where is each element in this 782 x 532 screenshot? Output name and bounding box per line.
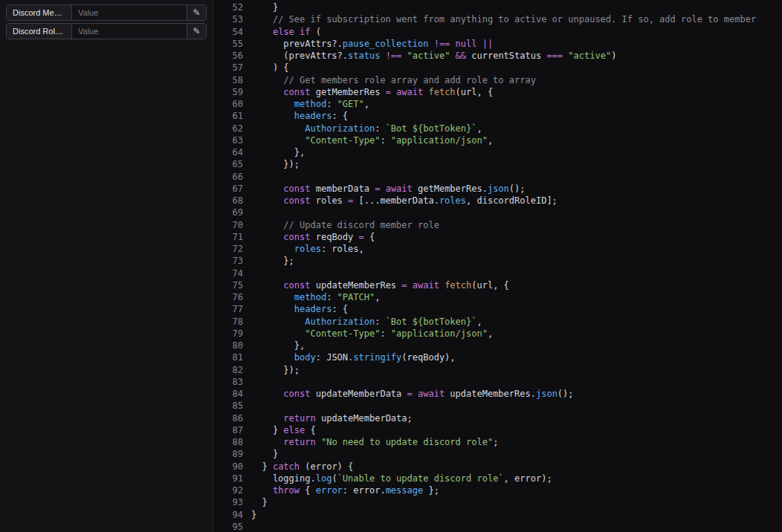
code-line[interactable]: 58 // Get members role array and add rol… <box>219 74 782 86</box>
code-line[interactable]: 73 }; <box>219 255 782 267</box>
code-editor[interactable]: 52 }53 // See if subscription went from … <box>213 0 782 532</box>
code-token: "active" <box>568 51 611 61</box>
code-token: status <box>348 51 380 61</box>
code-token <box>251 123 305 134</box>
code-token: message <box>386 485 424 496</box>
code-token: await <box>413 280 439 291</box>
code-token: }, <box>251 147 305 158</box>
code-line[interactable]: 57 ) { <box>219 62 782 74</box>
code-line[interactable]: 76 method: "PATCH", <box>219 291 782 303</box>
code-line[interactable]: 54 else if ( <box>219 26 782 38</box>
code-line[interactable]: 70 // Update discord member role <box>219 219 782 231</box>
code-line[interactable]: 64 }, <box>219 146 782 158</box>
code-line[interactable]: 89 } <box>219 448 782 460</box>
code-line[interactable]: 83 <box>219 376 782 388</box>
code-token: = <box>401 280 407 291</box>
line-number: 88 <box>219 436 243 448</box>
line-number: 81 <box>219 351 243 363</box>
code-line[interactable]: 71 const reqBody = { <box>219 231 782 243</box>
line-number: 85 <box>219 400 243 412</box>
code-token: if <box>300 27 310 37</box>
code-line[interactable]: 85 <box>219 400 782 412</box>
code-line[interactable]: 91 logging.log(`Unable to update discord… <box>219 473 782 484</box>
code-token <box>251 87 283 97</box>
code-line[interactable]: 75 const updateMemberRes = await fetch(u… <box>219 279 782 291</box>
code-line[interactable]: 60 method: "GET", <box>219 98 782 110</box>
code-line[interactable]: 59 const getMemberRes = await fetch(url,… <box>219 86 782 98</box>
line-number: 95 <box>219 521 243 532</box>
code-line[interactable]: 72 roles: roles, <box>219 243 782 255</box>
code-token: headers <box>294 111 332 121</box>
code-line[interactable]: 93 } <box>219 496 782 508</box>
code-token: : { <box>332 111 348 121</box>
field-value-input[interactable]: Value <box>72 24 187 39</box>
code-line[interactable]: 55 prevAttrs?.pause_collection !== null … <box>219 38 782 50</box>
code-line[interactable]: 92 throw { error: error.message }; <box>219 484 782 496</box>
code-line[interactable]: 62 Authorization: `Bot ${botToken}`, <box>219 123 782 134</box>
code-token: else <box>273 27 294 37</box>
code-text: const getMemberRes = await fetch(url, { <box>251 86 493 98</box>
code-token: memberData <box>310 184 375 194</box>
code-line[interactable]: 95 <box>219 521 782 532</box>
field-value-input[interactable]: Value <box>72 5 187 20</box>
code-line[interactable]: 52 } <box>219 1 782 13</box>
code-line[interactable]: 88 return "No need to update discord rol… <box>219 436 782 448</box>
code-line[interactable]: 84 const updateMemberData = await update… <box>219 388 782 400</box>
field-label-discord-role: Discord Role… <box>7 24 72 39</box>
code-line[interactable]: 53 // See if subscription went from anyt… <box>219 13 782 25</box>
code-line[interactable]: 78 Authorization: `Bot ${botToken}`, <box>219 316 782 328</box>
code-line[interactable]: 87 } else { <box>219 424 782 436</box>
code-line[interactable]: 66 <box>219 171 782 183</box>
line-number: 82 <box>219 364 243 376</box>
code-line[interactable]: 90 } catch (error) { <box>219 461 782 473</box>
code-line[interactable]: 65 }); <box>219 158 782 170</box>
line-number: 80 <box>219 340 243 351</box>
code-token: "active" <box>407 51 450 61</box>
code-token: null <box>456 39 477 49</box>
line-number: 83 <box>219 376 243 388</box>
code-text: }, <box>251 340 305 351</box>
edit-button[interactable]: ✎ <box>187 24 206 39</box>
code-line[interactable]: 81 body: JSON.stringify(reqBody), <box>219 351 782 363</box>
edit-button[interactable]: ✎ <box>187 5 206 20</box>
code-line[interactable]: 67 const memberData = await getMemberRes… <box>219 183 782 195</box>
code-token: // See if subscription went from anythin… <box>273 14 756 25</box>
code-token: (url, { <box>456 87 494 97</box>
code-text: body: JSON.stringify(reqBody), <box>251 351 456 363</box>
code-token: await <box>396 87 423 97</box>
code-line[interactable]: 79 "Content-Type": "application/json", <box>219 328 782 340</box>
code-token: === <box>546 51 563 61</box>
code-line[interactable]: 56 (prevAttrs?.status !== "active" && cu… <box>219 50 782 62</box>
code-text: const roles = [...memberData.roles, disc… <box>251 195 558 207</box>
code-line[interactable]: 86 return updateMemberData; <box>219 412 782 424</box>
pencil-icon: ✎ <box>193 27 200 36</box>
line-number: 70 <box>219 219 243 231</box>
line-number: 94 <box>219 509 243 521</box>
code-line[interactable]: 80 }, <box>219 340 782 351</box>
code-token: "Content-Type" <box>305 328 380 339</box>
code-line[interactable]: 68 const roles = [...memberData.roles, d… <box>219 195 782 207</box>
line-number: 78 <box>219 316 243 328</box>
code-token: "application/json" <box>391 328 488 339</box>
code-token: pause_collection <box>343 39 429 49</box>
code-text: const updateMemberData = await updateMem… <box>251 388 574 400</box>
code-text: return updateMemberData; <box>251 412 413 424</box>
code-line[interactable]: 69 <box>219 207 782 218</box>
code-token: updateMemberRes. <box>445 389 536 399</box>
code-token <box>401 51 407 61</box>
code-line[interactable]: 74 <box>219 267 782 279</box>
code-token: ( <box>332 473 337 484</box>
line-number: 54 <box>219 26 243 38</box>
code-token: else <box>283 425 305 435</box>
line-number: 66 <box>219 171 243 183</box>
code-token <box>251 99 294 109</box>
code-text: // Update discord member role <box>251 219 439 231</box>
code-token <box>476 39 482 49</box>
code-line[interactable]: 94} <box>219 509 782 521</box>
code-text: Authorization: `Bot ${botToken}`, <box>251 123 482 134</box>
code-line[interactable]: 63 "Content-Type": "application/json", <box>219 134 782 146</box>
code-line[interactable]: 77 headers: { <box>219 303 782 315</box>
code-line[interactable]: 82 }); <box>219 364 782 376</box>
code-token: // Get members role array and add role t… <box>283 75 536 85</box>
code-line[interactable]: 61 headers: { <box>219 110 782 122</box>
